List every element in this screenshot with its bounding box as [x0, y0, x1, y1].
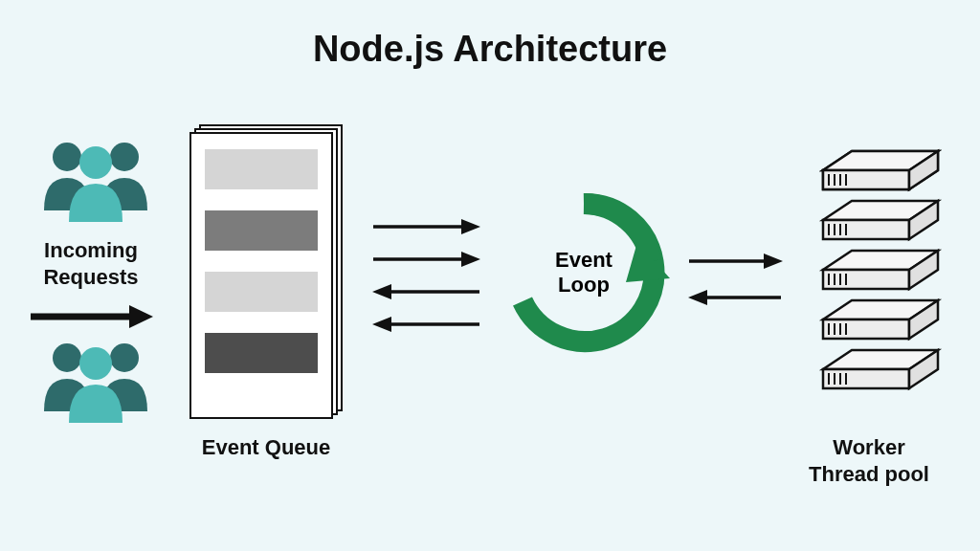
queue-item — [205, 210, 318, 251]
arrows-loop-pool — [687, 247, 783, 316]
svg-marker-20 — [688, 290, 707, 305]
svg-marker-15 — [372, 317, 391, 332]
page-title: Node.js Architecture — [0, 29, 980, 70]
event-queue — [189, 124, 350, 419]
svg-marker-7 — [129, 305, 153, 328]
queue-item — [205, 272, 318, 312]
svg-point-3 — [53, 343, 81, 372]
event-queue-label: Event Queue — [189, 434, 343, 461]
svg-marker-9 — [461, 219, 480, 234]
svg-point-5 — [79, 347, 112, 380]
incoming-requests-label: IncomingRequests — [29, 237, 153, 290]
svg-point-2 — [79, 146, 112, 179]
arrows-queue-loop — [371, 212, 481, 342]
queue-item — [205, 333, 318, 373]
arrow-left-icon — [687, 287, 783, 308]
arrow-left-icon — [371, 314, 481, 335]
worker-thread-pool — [794, 134, 943, 425]
svg-marker-13 — [372, 284, 391, 299]
arrow-right-icon — [687, 251, 783, 272]
svg-point-0 — [53, 143, 81, 171]
arrow-right-icon — [29, 302, 153, 335]
arrow-right-icon — [371, 249, 481, 270]
event-loop: EventLoop — [498, 187, 670, 359]
svg-point-1 — [110, 143, 139, 171]
worker-thread-pool-label: WorkerThread pool — [783, 434, 955, 487]
arrow-left-icon — [371, 281, 481, 302]
svg-point-4 — [110, 343, 139, 372]
users-icon — [38, 335, 153, 427]
svg-marker-11 — [461, 252, 480, 267]
svg-marker-18 — [764, 253, 783, 269]
queue-item — [205, 149, 318, 189]
event-loop-label: EventLoop — [498, 187, 670, 359]
users-icon — [38, 134, 153, 226]
arrow-right-icon — [371, 216, 481, 237]
